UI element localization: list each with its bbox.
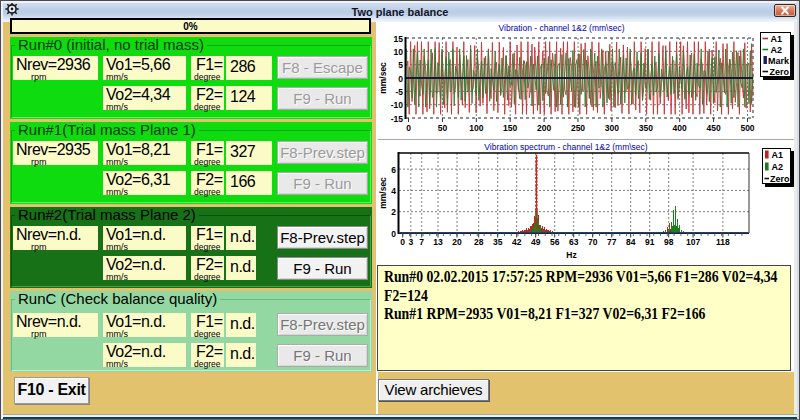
svg-text:500: 500 [740,123,754,133]
svg-text:13: 13 [433,237,443,247]
svg-text:350: 350 [639,123,653,133]
svg-text:0: 0 [391,229,396,239]
svg-text:Vibration - channel 1&2 (mm\se: Vibration - channel 1&2 (mm\sec) [499,23,625,33]
svg-text:50: 50 [438,123,448,133]
svg-text:A2: A2 [772,162,784,172]
svg-text:91: 91 [645,237,655,247]
svg-text:6: 6 [391,165,396,175]
svg-text:35: 35 [493,237,503,247]
svg-text:20: 20 [452,237,462,247]
svg-text:49: 49 [531,237,541,247]
svg-text:7: 7 [419,237,424,247]
svg-text:0: 0 [406,123,411,133]
svg-text:5: 5 [398,60,403,70]
svg-text:107: 107 [686,237,700,247]
svg-text:250: 250 [571,123,585,133]
svg-text:98: 98 [664,237,674,247]
svg-text:Zero: Zero [770,174,790,184]
svg-text:77: 77 [607,237,617,247]
svg-text:-15: -15 [391,114,404,124]
svg-text:0: 0 [398,74,403,84]
svg-text:15: 15 [394,34,404,44]
svg-text:84: 84 [626,237,636,247]
svg-text:56: 56 [550,237,560,247]
svg-text:10: 10 [394,47,404,57]
svg-text:118: 118 [716,237,730,247]
svg-text:300: 300 [605,123,619,133]
svg-text:0: 0 [400,237,405,247]
svg-text:2: 2 [391,207,396,217]
svg-text:A1: A1 [771,34,783,44]
svg-text:450: 450 [707,123,721,133]
svg-text:28: 28 [474,237,484,247]
svg-text:Zero: Zero [770,67,790,77]
svg-text:3: 3 [408,237,413,247]
svg-text:Vibration spectrum - channel 1: Vibration spectrum - channel 1&2 (mm\sec… [484,142,647,152]
svg-text:400: 400 [673,123,687,133]
svg-text:A1: A1 [772,150,784,160]
svg-text:70: 70 [588,237,598,247]
svg-text:200: 200 [537,123,551,133]
svg-text:63: 63 [569,237,579,247]
svg-text:100: 100 [469,123,483,133]
svg-text:150: 150 [503,123,517,133]
svg-text:Mark: Mark [768,56,790,66]
svg-text:-5: -5 [395,87,403,97]
svg-text:Hz: Hz [566,250,576,260]
svg-text:A2: A2 [771,45,783,55]
svg-text:-10: -10 [391,100,404,110]
svg-text:42: 42 [512,237,522,247]
svg-text:mm/sec: mm/sec [378,62,388,94]
svg-text:mm/sec: mm/sec [378,177,388,209]
svg-text:4: 4 [391,186,396,196]
